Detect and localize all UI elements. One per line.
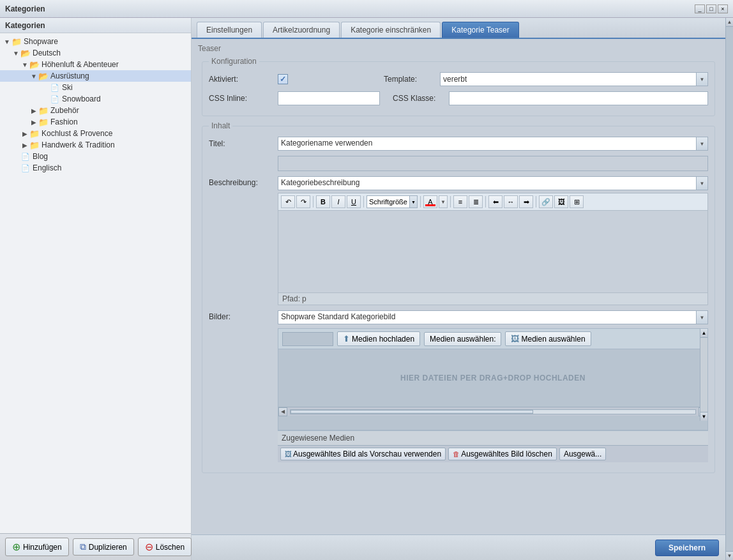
link-button[interactable]: 🔗 — [539, 195, 553, 208]
beschreibung-dropdown-arrow[interactable]: ▼ — [696, 177, 707, 190]
bilder-dropdown[interactable]: Shopware Standard Kategoriebild ▼ — [278, 310, 708, 324]
tab-kategorie-teaser[interactable]: Kategorie Teaser — [442, 22, 519, 38]
css-inline-input[interactable] — [278, 91, 380, 105]
italic-button[interactable]: I — [331, 195, 345, 208]
expander-hoehenluft[interactable]: ▼ — [20, 60, 29, 69]
editor-content[interactable] — [278, 210, 708, 293]
font-color-button[interactable]: A — [423, 195, 437, 208]
css-row: CSS Inline: CSS Klasse: — [209, 91, 708, 105]
image-button[interactable]: 🖼 — [554, 195, 568, 208]
template-dropdown[interactable]: vererbt ▼ — [440, 72, 708, 86]
tree-item-fashion[interactable]: ▶ 📁 Fashion — [0, 116, 191, 128]
toolbar-sep-1 — [313, 196, 314, 208]
font-size-arrow[interactable]: ▼ — [409, 196, 417, 208]
panel-scrollbar[interactable]: ▲ ▼ — [725, 18, 733, 560]
expander-kochlust[interactable]: ▶ — [20, 129, 29, 138]
bilder-value: Shopware Standard Kategoriebild — [278, 311, 696, 324]
media-footer-buttons: 🖼 Ausgewähltes Bild als Vorschau verwend… — [278, 445, 708, 462]
scroll-left-arrow[interactable]: ◀ — [278, 407, 287, 416]
upload-button[interactable]: ⬆ Medien hochladen — [337, 331, 420, 346]
expander-fashion[interactable]: ▶ — [29, 117, 38, 126]
konfiguration-section: Konfiguration Aktiviert: ✓ Template: — [202, 57, 715, 116]
align-right-button[interactable]: ➡ — [519, 195, 533, 208]
scroll-down-arrow[interactable]: ▼ — [700, 412, 707, 421]
drag-drop-zone[interactable]: HIER DATEIEN PER DRAG+DROP HOCHLADEN — [278, 349, 707, 407]
konfiguration-legend: Konfiguration — [209, 57, 259, 66]
media-scrollbar-h[interactable]: ◀ ▶ — [278, 407, 707, 416]
tree-label-ski: Ski — [62, 83, 73, 92]
redo-button[interactable]: ↷ — [296, 195, 310, 208]
titel-dropdown[interactable]: Kategoriename verwenden ▼ — [278, 137, 708, 151]
duplicate-label: Duplizieren — [89, 543, 127, 552]
save-button[interactable]: Speichern — [655, 540, 719, 556]
underline-button[interactable]: U — [347, 195, 361, 208]
add-button[interactable]: ⊕ Hinzufügen — [5, 538, 69, 556]
tree-item-ausruestung[interactable]: ▼ 📂 Ausrüstung — [0, 70, 191, 82]
tab-kategorie-einschraenken[interactable]: Kategorie einschränken — [341, 22, 441, 38]
scroll-track-h[interactable] — [290, 409, 696, 414]
preview-label: Ausgewähltes Bild als Vorschau verwenden — [293, 450, 441, 458]
select-media-button-1[interactable]: Medien auswählen: — [424, 332, 501, 346]
page-icon-snowboard: 📄 — [50, 95, 60, 103]
toolbar-sep-3 — [420, 196, 421, 208]
bold-button[interactable]: B — [316, 195, 330, 208]
font-size-dropdown[interactable]: Schriftgröße ▼ — [366, 195, 418, 208]
preview-button[interactable]: 🖼 Ausgewähltes Bild als Vorschau verwend… — [280, 448, 446, 460]
close-button[interactable]: × — [718, 4, 728, 13]
scroll-up-arrow[interactable]: ▲ — [700, 329, 707, 338]
aktiviert-checkbox[interactable]: ✓ — [278, 74, 288, 84]
tree-item-zubehoer[interactable]: ▶ 📁 Zubehör — [0, 105, 191, 116]
minimize-button[interactable]: _ — [695, 4, 705, 13]
expander-shopware[interactable]: ▼ — [3, 37, 11, 46]
maximize-button[interactable]: □ — [706, 4, 716, 13]
expander-ausruestung[interactable]: ▼ — [29, 72, 38, 80]
panel-scroll-up[interactable]: ▲ — [726, 18, 734, 27]
titel-textarea[interactable] — [278, 156, 708, 171]
media-upload-area: ⬆ Medien hochladen Medien auswählen: 🖼 M… — [278, 328, 708, 430]
titel-dropdown-arrow[interactable]: ▼ — [696, 137, 707, 150]
panel-scroll-down[interactable]: ▼ — [726, 551, 734, 560]
align-left-button[interactable]: ⬅ — [488, 195, 503, 208]
media-scrollbar-v[interactable]: ▲ ▼ — [700, 329, 707, 421]
bilder-label: Bilder: — [209, 312, 273, 321]
window-controls[interactable]: _ □ × — [695, 4, 728, 13]
expander-handwerk[interactable]: ▶ — [20, 140, 29, 149]
delete-image-button[interactable]: 🗑 Ausgewähltes Bild löschen — [448, 448, 557, 460]
sidebar-header: Kategorien — [0, 18, 191, 33]
sidebar: Kategorien ▼ 📁 Shopware ▼ 📂 Deutsch ▼ 📂 … — [0, 18, 192, 560]
table-button[interactable]: ⊞ — [570, 195, 584, 208]
tree-item-hoehenluft[interactable]: ▼ 📂 Höhenluft & Abenteuer — [0, 59, 191, 70]
tree-item-deutsch[interactable]: ▼ 📂 Deutsch — [0, 47, 191, 59]
delete-button[interactable]: ⊖ Löschen — [138, 538, 192, 556]
more-button[interactable]: Ausgewä... — [559, 448, 606, 460]
tab-artikelzuordnung[interactable]: Artikelzuordnung — [263, 22, 340, 38]
template-dropdown-arrow[interactable]: ▼ — [696, 73, 707, 86]
bilder-dropdown-arrow[interactable]: ▼ — [696, 311, 707, 324]
expander-zubehoer[interactable]: ▶ — [29, 106, 38, 115]
font-color-arrow[interactable]: ▼ — [439, 195, 448, 208]
list-unordered-button[interactable]: ≡ — [453, 195, 467, 208]
tab-einstellungen[interactable]: Einstellungen — [197, 22, 262, 38]
undo-button[interactable]: ↶ — [281, 195, 295, 208]
tree-item-snowboard[interactable]: ▶ 📄 Snowboard — [0, 93, 191, 105]
expander-deutsch[interactable]: ▼ — [11, 49, 20, 57]
tree-item-handwerk[interactable]: ▶ 📁 Handwerk & Tradition — [0, 139, 191, 151]
tree-item-shopware[interactable]: ▼ 📁 Shopware — [0, 36, 191, 47]
tree-label-hoehenluft: Höhenluft & Abenteuer — [42, 60, 119, 69]
list-ordered-button[interactable]: ≣ — [469, 195, 483, 208]
tabs-bar: Einstellungen Artikelzuordnung Kategorie… — [192, 18, 725, 39]
css-klasse-input[interactable] — [449, 91, 708, 105]
tree-item-kochlust[interactable]: ▶ 📁 Kochlust & Provence — [0, 128, 191, 139]
select-media-button-2[interactable]: 🖼 Medien auswählen — [505, 331, 591, 346]
beschreibung-editor-wrapper: Kategoriebeschreibung ▼ ↶ ↷ B I U — [278, 176, 708, 305]
folder-icon-kochlust: 📁 — [29, 129, 40, 138]
inhalt-section: Inhalt Titel: Kategoriename verwenden ▼ — [202, 121, 715, 473]
folder-open-icon-4: 📂 — [38, 72, 49, 80]
tree-item-englisch[interactable]: ▶ 📄 Englisch — [0, 162, 191, 174]
beschreibung-dropdown[interactable]: Kategoriebeschreibung ▼ — [278, 176, 708, 190]
delete-label: Löschen — [156, 543, 185, 552]
align-center-button[interactable]: ↔ — [504, 195, 518, 208]
duplicate-button[interactable]: ⧉ Duplizieren — [73, 538, 134, 556]
tree-item-blog[interactable]: ▶ 📄 Blog — [0, 151, 191, 162]
tree-item-ski[interactable]: ▶ 📄 Ski — [0, 82, 191, 93]
